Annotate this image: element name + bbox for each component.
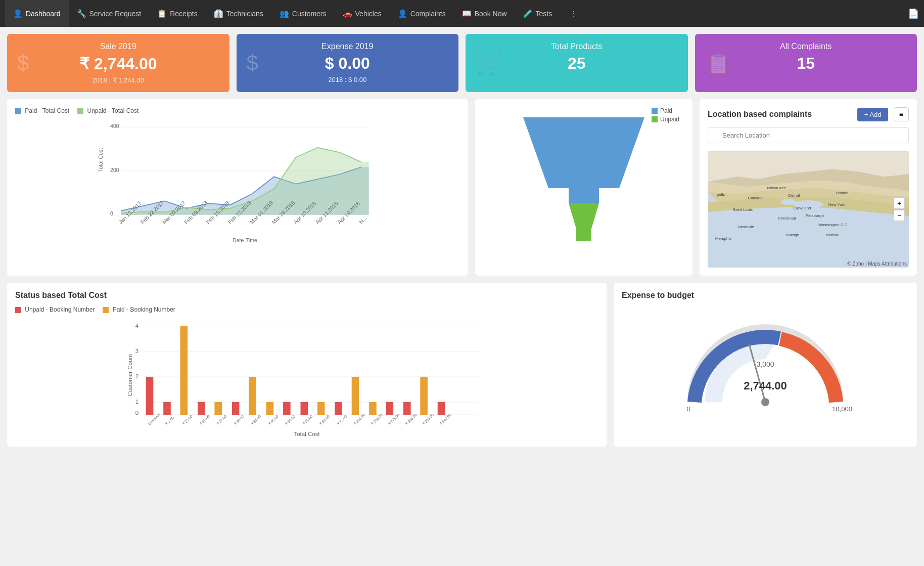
book-now-icon: 📖	[462, 9, 472, 18]
nav-tests[interactable]: 🧪 Tests	[515, 0, 561, 27]
y-label-400: 400	[110, 123, 119, 129]
gauge-min: 0	[686, 405, 690, 413]
nav-complaints-label: Complaints	[410, 10, 446, 18]
bar-60-unpaid	[300, 402, 308, 415]
funnel-svg	[513, 107, 655, 249]
paid-bar-label: Paid - Booking Number	[113, 306, 175, 313]
bottom-row: Status based Total Cost Unpaid - Booking…	[0, 283, 924, 454]
map-city-detroit: Detroit	[788, 193, 800, 198]
line-chart-svg: 400 200 0 Total Cost Jan 12,2017 Feb 22,…	[15, 118, 460, 245]
gauge-svg: 0 10,000 3,000 2,744.00	[664, 301, 866, 432]
nav-right-icon[interactable]: 📄	[908, 8, 919, 19]
bar-540-unpaid	[438, 402, 445, 415]
bar-y-4: 4	[135, 323, 139, 329]
charts-row: Paid - Total Cost Unpaid - Total Cost 40…	[0, 92, 924, 283]
map-city-stlouis: Saint Louis	[733, 207, 753, 212]
nav-customers[interactable]: 👥 Customers	[271, 0, 335, 27]
nav-complaints[interactable]: 👤 Complaints	[390, 0, 454, 27]
map-city-memphis: Memphis	[715, 236, 731, 241]
sale-value: ₹ 2,744.00	[17, 54, 219, 73]
status-cost-panel: Status based Total Cost Unpaid - Booking…	[7, 283, 607, 447]
bar-x-60: ₹ 60.00	[302, 414, 314, 426]
nav-book-now-label: Book Now	[475, 10, 507, 18]
funnel-unpaid-dot	[652, 116, 658, 122]
bar-300-unpaid	[403, 402, 411, 415]
dashboard-icon: 👤	[13, 9, 23, 18]
map-city-chicago: Chicago	[748, 196, 763, 200]
map-svg: polis Chicago Detroit Cleveland Boston N…	[708, 151, 909, 268]
complaints-title: All Complaints	[705, 42, 907, 51]
funnel-base	[576, 229, 591, 241]
map-city-newyork: New York	[828, 202, 846, 207]
map-city-raleigh: Raleigh	[786, 233, 799, 237]
nav-dashboard[interactable]: 👤 Dashboard	[5, 0, 69, 27]
bar-45-paid	[266, 402, 274, 415]
menu-button[interactable]: ≡	[894, 107, 909, 121]
add-button[interactable]: + Add	[857, 108, 889, 121]
expense-title: Expense 2019	[247, 42, 449, 51]
map-search-input[interactable]	[708, 127, 909, 143]
bar-x-27: ₹ 27.00	[216, 414, 228, 426]
expense-budget-panel: Expense to budget 0 10,000 3,000	[614, 283, 917, 447]
zoom-in-button[interactable]: +	[894, 198, 905, 209]
bar-200-paid	[352, 377, 359, 415]
y-axis-title: Total Cost	[98, 148, 104, 172]
bar-x-25: ₹ 25.00	[199, 414, 211, 426]
gauge-orange-arc	[780, 339, 836, 402]
right-icon: 📄	[908, 9, 919, 19]
unpaid-bar-label: Unpaid - Booking Number	[25, 306, 95, 313]
bar-50-unpaid	[283, 402, 291, 415]
bar-chart-area: 4 3 2 1 0 Customer Count	[15, 317, 598, 439]
map-city-nashville: Nashville	[738, 225, 755, 229]
funnel-chart-panel: Paid Unpaid	[475, 99, 692, 276]
map-city-milwaukee: Milwaukee	[767, 186, 786, 190]
map-search-wrap: 🔍	[708, 127, 909, 147]
bar-x-50: ₹ 50.00	[284, 414, 296, 426]
map-zoom-controls: + −	[894, 198, 905, 221]
bar-chart-svg: 4 3 2 1 0 Customer Count	[15, 317, 598, 439]
expense-budget-title: Expense to budget	[622, 291, 909, 300]
bar-250-paid	[369, 402, 377, 415]
nav-book-now[interactable]: 📖 Book Now	[454, 0, 515, 27]
bar-x-30: ₹ 30.00	[233, 414, 245, 426]
gauge-value: 2,744.00	[744, 379, 787, 392]
bar-y-0: 0	[135, 410, 138, 416]
more-icon: ⋮	[570, 10, 577, 18]
nav-receipts-label: Receipts	[170, 10, 197, 18]
nav-more[interactable]: ⋮	[562, 0, 585, 27]
gauge-area: 0 10,000 3,000 2,744.00	[622, 306, 909, 427]
technicians-icon: 👔	[214, 9, 223, 18]
nav-service-request[interactable]: 🔧 Service Request	[69, 0, 150, 27]
paid-bar-dot	[103, 307, 109, 313]
bar-y-3: 3	[135, 348, 138, 354]
nav-vehicles[interactable]: 🚗 Vehicles	[335, 0, 390, 27]
complaints-card-icon: 📋	[705, 51, 731, 75]
bar-y-1: 1	[135, 399, 138, 405]
location-panel: Location based complaints + Add ≡ 🔍	[700, 99, 917, 276]
map-city-dc: Washington D.C.	[818, 223, 849, 227]
funnel-bottom	[569, 203, 599, 229]
bar-369-paid	[420, 377, 428, 415]
funnel-paid-legend: Paid	[652, 107, 679, 114]
bar-x-31: ₹ 31.00	[250, 414, 262, 426]
summary-row: $ Sale 2019 ₹ 2,744.00 2018 : ₹ 1,244.00…	[0, 27, 924, 92]
bar-x-23: ₹ 23.00	[181, 414, 194, 426]
paid-legend: Paid - Total Cost	[15, 107, 69, 114]
nav-dashboard-label: Dashboard	[26, 10, 61, 18]
products-icon: 🛒	[476, 51, 502, 75]
nav-technicians[interactable]: 👔 Technicians	[206, 0, 271, 27]
nav-customers-label: Customers	[292, 10, 327, 18]
complaints-value: 15	[705, 54, 907, 73]
zoom-out-button[interactable]: −	[894, 210, 905, 221]
unpaid-legend-label: Unpaid - Total Cost	[87, 107, 139, 114]
unpaid-legend-dot	[77, 108, 83, 114]
line-chart-panel: Paid - Total Cost Unpaid - Total Cost 40…	[7, 99, 468, 276]
bar-y-2: 2	[135, 373, 138, 379]
map-city-cincinnati: Cincinnati	[778, 216, 796, 221]
bar-23-paid	[180, 326, 188, 415]
map-city-boston: Boston	[836, 191, 849, 195]
expense-sub: 2018 : $ 0.00	[247, 76, 449, 83]
sale-sub: 2018 : ₹ 1,244.00	[17, 76, 219, 84]
nav-receipts[interactable]: 📋 Receipts	[149, 0, 205, 27]
y-label-0: 0	[110, 210, 113, 216]
